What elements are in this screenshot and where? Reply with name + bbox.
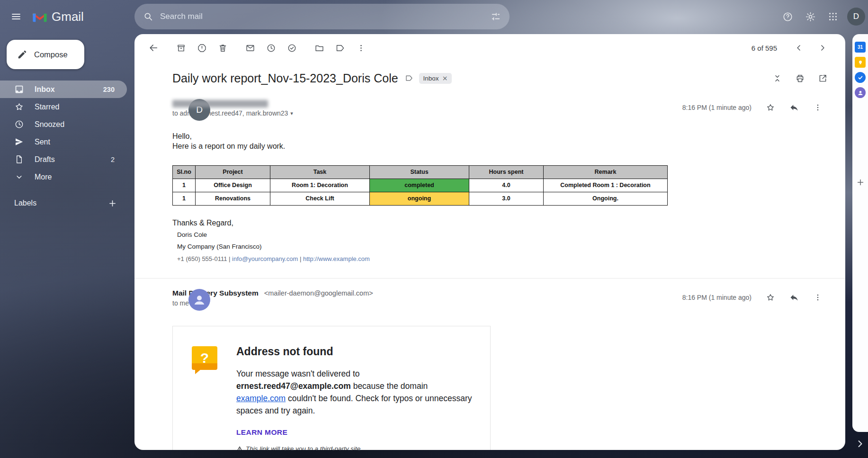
support-button[interactable] (777, 6, 798, 27)
tag-icon (335, 43, 345, 53)
chevron-right-icon (854, 438, 866, 449)
star-message-button[interactable] (762, 289, 779, 306)
search-button[interactable] (138, 7, 158, 27)
sidebar: Compose Inbox 230 Starred Snoozed Sent D… (0, 33, 134, 458)
chevron-down-icon (14, 172, 24, 182)
remove-label-button[interactable]: × (442, 75, 448, 81)
hamburger-icon (10, 11, 22, 22)
sidebar-item-sent[interactable]: Sent (0, 133, 127, 151)
message-more-button[interactable] (809, 99, 826, 116)
snooze-button[interactable] (260, 37, 281, 58)
person-icon (192, 293, 206, 307)
side-panel-toggle-chevron[interactable] (854, 438, 866, 449)
search-input[interactable] (158, 12, 486, 21)
warning-icon (236, 446, 243, 450)
sidebar-item-snoozed[interactable]: Snoozed (0, 116, 127, 133)
domain-link[interactable]: example.com (236, 394, 286, 403)
main-menu-button[interactable] (6, 6, 27, 27)
compose-button[interactable]: Compose (7, 40, 84, 69)
signature-phone: +1 (650) 555-0111 (177, 255, 227, 262)
move-to-button[interactable] (309, 37, 330, 58)
intro-text: Here is a report on my daily work. (172, 141, 826, 151)
tasks-icon[interactable] (855, 72, 866, 83)
labels-header: Labels (0, 193, 134, 213)
message-toolbar: 6 of 595 (134, 34, 845, 62)
show-details-caret[interactable]: ▾ (290, 110, 293, 117)
message-1: D to admin, ernest.reed47, mark.brown23 … (134, 99, 845, 264)
bounce-notice-card: ? Address not found Your message wasn't … (172, 326, 491, 450)
compose-pencil-icon (17, 49, 27, 60)
more-actions-button[interactable] (350, 37, 371, 58)
learn-more-link[interactable]: LEARN MORE (236, 428, 287, 437)
timestamp: 8:16 PM (1 minute ago) (682, 104, 752, 111)
trash-icon (218, 43, 228, 53)
labels-title: Labels (14, 199, 36, 207)
timestamp: 8:16 PM (1 minute ago) (682, 294, 752, 301)
reply-button[interactable] (786, 99, 803, 116)
snooze-clock-icon (266, 43, 276, 53)
report-spam-button[interactable] (191, 37, 212, 58)
profile-avatar[interactable]: D (847, 8, 865, 26)
tune-icon (491, 11, 501, 22)
older-button[interactable] (812, 37, 833, 58)
signature: Thanks & Regard, Doris Cole My Company (… (172, 218, 826, 264)
labels-button[interactable] (330, 37, 350, 58)
back-arrow-icon (148, 43, 159, 53)
add-task-icon (287, 43, 297, 53)
more-vert-icon (813, 103, 823, 112)
mailer-daemon-avatar[interactable] (188, 289, 210, 311)
print-all-button[interactable] (789, 68, 810, 89)
more-vert-icon (813, 293, 823, 302)
reply-button[interactable] (786, 289, 803, 306)
archive-button[interactable] (170, 37, 191, 58)
status-badge: ongoing (370, 192, 469, 206)
keep-icon[interactable] (855, 57, 866, 68)
delete-button[interactable] (212, 37, 233, 58)
add-to-tasks-button[interactable] (281, 37, 302, 58)
mail-panel: 6 of 595 Daily work report_Nov-15-2023_D… (134, 34, 845, 450)
sender-name: Mail Delivery Subsystem (172, 289, 259, 297)
failed-address: ernest.reed47@example.com (236, 381, 351, 391)
apps-grid-icon (828, 11, 838, 22)
send-icon (14, 137, 24, 147)
message-body: Hello, Here is a report on my daily work… (172, 131, 826, 264)
back-button[interactable] (143, 37, 164, 58)
sidebar-item-label: Sent (35, 138, 50, 146)
create-label-button[interactable] (107, 198, 117, 208)
signature-closing: Thanks & Regard, (172, 218, 826, 228)
signature-website-link[interactable]: http://www.example.com (303, 255, 370, 262)
message-2: Mail Delivery Subsystem <mailer-daemon@g… (134, 289, 845, 450)
calendar-icon[interactable]: 31 (855, 42, 866, 53)
star-message-button[interactable] (762, 99, 779, 116)
signature-name: Doris Cole (177, 230, 826, 240)
header-actions: D (777, 6, 865, 27)
get-addons-button[interactable] (856, 178, 865, 187)
archive-icon (176, 43, 186, 53)
collapse-all-button[interactable] (767, 68, 787, 89)
sidebar-item-drafts[interactable]: Drafts 2 (0, 151, 127, 168)
mark-unread-button[interactable] (240, 37, 260, 58)
contacts-icon[interactable] (855, 87, 866, 98)
gmail-logo[interactable]: Gmail (32, 9, 127, 24)
message-more-button[interactable] (809, 289, 826, 306)
search-options-button[interactable] (486, 7, 506, 27)
reply-icon (789, 293, 799, 302)
settings-button[interactable] (800, 6, 821, 27)
unfold-less-icon (772, 73, 782, 83)
brand-name: Gmail (52, 9, 84, 24)
sidebar-item-starred[interactable]: Starred (0, 98, 127, 116)
apps-button[interactable] (823, 6, 843, 27)
signature-email-link[interactable]: info@yourcompany.com (232, 255, 298, 262)
gmail-header: Gmail D (0, 0, 868, 33)
message-divider (134, 278, 845, 278)
open-in-new-button[interactable] (812, 68, 833, 89)
chevron-right-icon (818, 43, 827, 53)
daily-report-table: Sl.no Project Task Status Hours spent Re… (172, 165, 668, 206)
side-panel-rail: 31 (852, 34, 868, 432)
page-title: Daily work report_Nov-15-2023_Doris Cole (172, 72, 398, 85)
search-bar (134, 4, 510, 29)
address-not-found-icon: ? (192, 346, 217, 374)
sidebar-item-inbox[interactable]: Inbox 230 (0, 81, 127, 98)
sidebar-item-more[interactable]: More (0, 168, 127, 186)
newer-button[interactable] (788, 37, 809, 58)
